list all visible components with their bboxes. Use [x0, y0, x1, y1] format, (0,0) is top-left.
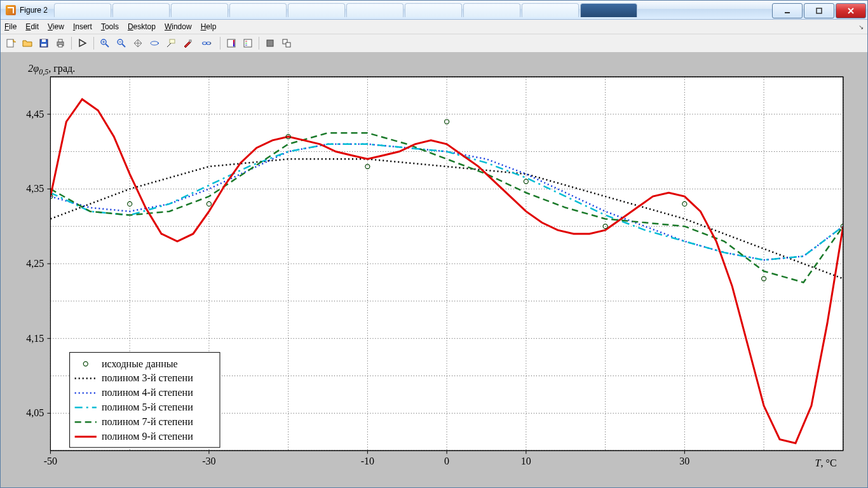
svg-text:4,35: 4,35: [26, 183, 44, 194]
zoom-out-icon[interactable]: [114, 36, 129, 51]
toolbar-separator: [93, 37, 94, 50]
hide-plot-tools-icon[interactable]: [262, 36, 278, 51]
svg-text:исходные данные: исходные данные: [102, 358, 178, 370]
axes-container: 2φ0,5, град.T, °C-50-30-10010304,054,154…: [6, 58, 862, 482]
link-plot-icon[interactable]: [196, 36, 217, 51]
toolbar: [1, 34, 867, 53]
svg-text:-50: -50: [44, 456, 57, 466]
taskbar-tab[interactable]: [112, 3, 170, 17]
print-icon[interactable]: [53, 36, 68, 51]
menu-bar: File Edit View Insert Tools Desktop Wind…: [1, 20, 867, 34]
taskbar-tab[interactable]: [54, 3, 111, 17]
menu-window[interactable]: Window: [165, 22, 192, 31]
brush-icon[interactable]: [180, 36, 195, 51]
svg-text:4,05: 4,05: [26, 407, 44, 418]
menu-view[interactable]: View: [48, 22, 64, 31]
zoom-in-icon[interactable]: [97, 36, 112, 51]
figure-window: Figure 2 File Edit View Insert Tools Des…: [0, 0, 868, 488]
svg-text:полином 9-й степени: полином 9-й степени: [102, 431, 193, 442]
menu-file[interactable]: File: [4, 22, 17, 31]
svg-rect-24: [267, 40, 273, 46]
svg-text:-30: -30: [202, 456, 215, 466]
svg-rect-14: [170, 39, 175, 43]
toolbar-separator: [71, 37, 72, 50]
svg-text:4,45: 4,45: [26, 109, 44, 119]
svg-text:4,15: 4,15: [26, 333, 44, 344]
svg-text:30: 30: [679, 456, 689, 466]
svg-rect-8: [58, 44, 62, 47]
minimize-button[interactable]: [772, 3, 803, 18]
svg-line-12: [122, 44, 125, 47]
taskbar-tab[interactable]: [288, 3, 345, 17]
dock-indicator-icon[interactable]: ↘: [858, 24, 864, 30]
pan-icon[interactable]: [130, 36, 146, 51]
close-button[interactable]: [836, 3, 866, 18]
taskbar-tab[interactable]: [463, 3, 520, 17]
menu-insert[interactable]: Insert: [73, 22, 92, 31]
svg-rect-20: [244, 39, 252, 47]
toolbar-separator: [220, 37, 220, 50]
svg-point-16: [203, 42, 207, 44]
svg-rect-5: [42, 39, 46, 42]
menu-help[interactable]: Help: [201, 22, 217, 31]
svg-text:полином 7-й степени: полином 7-й степени: [102, 416, 193, 427]
svg-text:2φ0,5, град.: 2φ0,5, град.: [28, 63, 75, 76]
show-plot-tools-icon[interactable]: [279, 36, 294, 51]
svg-text:0: 0: [444, 456, 449, 466]
title-bar[interactable]: Figure 2: [1, 1, 867, 20]
new-figure-icon[interactable]: [3, 36, 18, 51]
taskbar-tab[interactable]: [405, 3, 462, 17]
svg-rect-2: [7, 39, 13, 47]
taskbar-tab[interactable]: [346, 3, 403, 17]
menu-tools[interactable]: Tools: [101, 22, 119, 31]
svg-text:полином 5-й степени: полином 5-й степени: [102, 402, 193, 412]
svg-text:полином 3-й степени: полином 3-й степени: [102, 373, 193, 384]
svg-text:полином 4-й степени: полином 4-й степени: [102, 387, 193, 398]
insert-legend-icon[interactable]: [240, 36, 255, 51]
maximize-button[interactable]: [804, 3, 834, 18]
taskbar-tab[interactable]: [171, 3, 228, 17]
svg-rect-4: [41, 44, 46, 46]
taskbar-tab[interactable]: [522, 3, 579, 17]
svg-rect-1: [817, 8, 822, 13]
edit-plot-icon[interactable]: [75, 36, 90, 51]
menu-desktop[interactable]: Desktop: [128, 22, 156, 31]
window-controls: [772, 1, 867, 18]
taskbar-tabs: [54, 3, 772, 17]
toolbar-separator: [259, 37, 259, 50]
svg-rect-7: [58, 39, 62, 42]
menu-edit[interactable]: Edit: [25, 22, 39, 31]
taskbar-tab[interactable]: [580, 3, 637, 17]
figure-area[interactable]: 2φ0,5, град.T, °C-50-30-10010304,054,154…: [1, 53, 867, 487]
svg-rect-15: [189, 40, 191, 42]
save-icon[interactable]: [36, 36, 51, 51]
taskbar-tab[interactable]: [229, 3, 287, 17]
matlab-icon: [6, 5, 16, 15]
window-title: Figure 2: [20, 6, 48, 15]
svg-rect-19: [233, 40, 234, 46]
svg-text:10: 10: [521, 456, 531, 466]
svg-text:T, °C: T, °C: [815, 458, 837, 468]
data-cursor-icon[interactable]: [163, 36, 179, 51]
svg-rect-26: [286, 43, 290, 47]
svg-point-13: [151, 41, 158, 45]
chart[interactable]: 2φ0,5, град.T, °C-50-30-10010304,054,154…: [6, 58, 862, 482]
svg-text:4,25: 4,25: [26, 258, 44, 269]
svg-line-10: [105, 44, 109, 47]
rotate-3d-icon[interactable]: [147, 36, 162, 51]
insert-colorbar-icon[interactable]: [224, 36, 239, 51]
svg-text:-10: -10: [361, 456, 374, 466]
open-icon[interactable]: [20, 36, 35, 51]
